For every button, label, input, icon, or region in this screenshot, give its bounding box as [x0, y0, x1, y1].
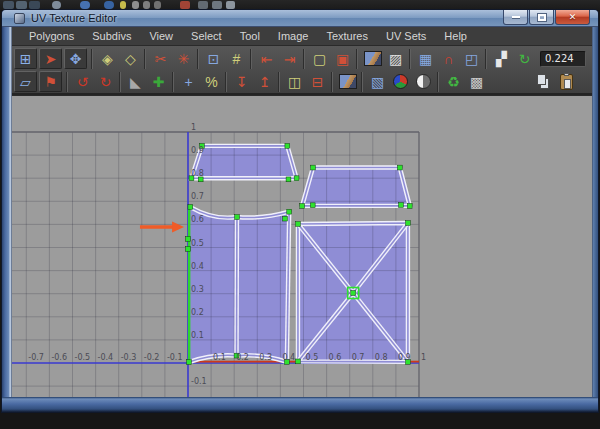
u-axis-label: 0.1	[213, 353, 226, 362]
uv-shell-cap-bottom-uv-point[interactable]	[397, 165, 402, 170]
uv-canvas-panel[interactable]: 10.90.80.70.60.50.40.30.20.1-0.1-0.7-0.6…	[12, 95, 592, 397]
image-thumbnail-icon	[364, 51, 382, 66]
alpha-channel-icon[interactable]	[412, 71, 435, 92]
menu-item-image[interactable]: Image	[269, 27, 318, 45]
dither-image-glyph: ▨	[389, 52, 402, 66]
uv-shell-body-right-uv-point[interactable]	[406, 221, 411, 226]
menu-item-help[interactable]: Help	[435, 27, 476, 45]
align-uvs-left-icon[interactable]: ⇤	[255, 48, 278, 69]
minimize-icon	[512, 16, 520, 18]
u-axis-label: -0.4	[98, 353, 114, 362]
uv-canvas[interactable]: 10.90.80.70.60.50.40.30.20.1-0.1-0.7-0.6…	[12, 96, 592, 397]
menu-item-subdivs[interactable]: Subdivs	[83, 27, 140, 45]
minimize-button[interactable]	[503, 10, 528, 25]
menu-item-view[interactable]: View	[140, 27, 182, 45]
flip-triangle-icon[interactable]: ◣	[124, 71, 147, 92]
uv-shell-cap-top-uv-point[interactable]	[285, 143, 290, 148]
close-button[interactable]: ✕	[555, 10, 590, 25]
checker-map-glyph: ▩	[470, 75, 483, 89]
grid-uvs-icon[interactable]: #	[225, 48, 248, 69]
unfold-along-axis-icon[interactable]: %	[200, 71, 223, 92]
shade-uvs-icon[interactable]: ◰	[460, 48, 483, 69]
uv-shell-body-right-uv-point[interactable]	[296, 359, 301, 364]
uv-smudge-tool-glyph: ✥	[70, 52, 82, 66]
toggle-grid-glyph: ▦	[419, 52, 432, 66]
align-uvs-down-glyph: ↧	[236, 75, 248, 89]
maximize-button[interactable]	[529, 10, 554, 25]
select-marquee-icon[interactable]: ▢	[308, 48, 331, 69]
uv-texture-checker-icon[interactable]: ▞	[490, 48, 513, 69]
toggle-grid-icon[interactable]: ▦	[414, 48, 437, 69]
uv-shell-body-right-uv-point[interactable]	[351, 291, 356, 296]
checker-map-icon[interactable]: ▩	[465, 71, 488, 92]
toolbar-separator	[196, 49, 201, 69]
force-editor-refresh-icon[interactable]: ↻	[513, 48, 536, 69]
rotate-uvs-ccw-icon[interactable]: ↺	[71, 71, 94, 92]
align-uvs-down-icon[interactable]: ↧	[230, 71, 253, 92]
uv-shell-body-left-uv-point[interactable]	[186, 246, 191, 251]
uv-shell-body-left-uv-point[interactable]	[188, 205, 193, 210]
u-axis-label: -0.2	[144, 353, 160, 362]
edit-image-icon[interactable]	[336, 71, 359, 92]
u-axis-label: 0.2	[236, 353, 249, 362]
cut-uv-edges-icon[interactable]: ✂	[149, 48, 172, 69]
toolbar-row-1: ⊞➤✥◈◇✂✳⊡#⇤⇥▢▣▨▦∩◰▞↻	[14, 47, 590, 70]
move-uv-shell-tool-icon[interactable]: ➤	[39, 48, 62, 69]
toolbar-separator	[65, 72, 70, 92]
uv-shell-cap-bottom-uv-point[interactable]	[310, 203, 315, 208]
u-axis-label: 0.6	[329, 353, 342, 362]
dither-image-icon[interactable]: ▨	[384, 48, 407, 69]
uv-smudge-tool-icon[interactable]: ✥	[64, 48, 87, 69]
uv-shell-cap-bottom[interactable]	[302, 168, 410, 206]
uv-shell-cap-top-uv-point[interactable]	[286, 177, 291, 182]
uv-flag-tool-icon[interactable]: ⚑	[39, 71, 62, 92]
flip-v-icon[interactable]: ◇	[119, 48, 142, 69]
background-app-icon	[226, 1, 235, 9]
menu-item-uv-sets[interactable]: UV Sets	[377, 27, 435, 45]
uv-shell-body-left-uv-point[interactable]	[287, 209, 292, 214]
pixel-snap-icon[interactable]: ∩	[437, 48, 460, 69]
rotate-uvs-cw-icon[interactable]: ↻	[94, 71, 117, 92]
uv-shell-cap-top-uv-point[interactable]	[294, 176, 299, 181]
background-app-icon	[180, 1, 190, 9]
uv-lattice-tool-icon[interactable]: ⊞	[14, 48, 37, 69]
v-axis-label: 0.1	[191, 331, 204, 340]
unfold-uvs-icon[interactable]: +	[177, 71, 200, 92]
select-shell-pair-icon[interactable]: ◫	[283, 71, 306, 92]
uv-shell-body-left-uv-point[interactable]	[187, 360, 192, 365]
layout-uvs-icon[interactable]: ⊡	[202, 48, 225, 69]
uv-shell-cap-bottom-uv-point[interactable]	[311, 165, 316, 170]
copy-uvs-icon[interactable]	[532, 71, 555, 92]
menu-item-polygons[interactable]: Polygons	[20, 27, 83, 45]
toolbar-separator	[355, 49, 360, 69]
uv-shell-body-right-uv-point[interactable]	[296, 222, 301, 227]
uv-shell-body-left-uv-point[interactable]	[235, 215, 240, 220]
uv-value-field[interactable]	[540, 51, 586, 67]
v-axis-label: 0.8	[191, 169, 204, 178]
v-axis-label: 0.9	[191, 146, 204, 155]
align-uvs-right-icon[interactable]: ⇥	[278, 48, 301, 69]
menu-item-textures[interactable]: Textures	[317, 27, 377, 45]
display-image-icon[interactable]	[361, 48, 384, 69]
uv-skew-lattice-tool-icon[interactable]: ▱	[14, 71, 37, 92]
uv-shell-body-left-uv-point[interactable]	[283, 216, 288, 221]
flip-u-icon[interactable]: ◈	[96, 48, 119, 69]
titlebar[interactable]: UV Texture Editor ✕	[2, 10, 598, 27]
select-face-marquee-icon[interactable]: ▣	[331, 48, 354, 69]
move-and-sew-icon[interactable]: ✚	[147, 71, 170, 92]
uv-shell-cap-bottom-uv-point[interactable]	[300, 204, 305, 209]
menu-item-tool[interactable]: Tool	[231, 27, 269, 45]
uv-shell-cap-bottom-uv-point[interactable]	[399, 203, 404, 208]
shade-overlapping-icon[interactable]: ▧	[366, 71, 389, 92]
uv-shell-cap-bottom-uv-point[interactable]	[407, 204, 412, 209]
cycle-uvs-icon[interactable]: ♻	[442, 71, 465, 92]
menu-item-select[interactable]: Select	[182, 27, 231, 45]
uv-shell-body-left-uv-point[interactable]	[186, 237, 191, 242]
rgb-channels-icon[interactable]	[389, 71, 412, 92]
snap-uvs-icon[interactable]: ⊟	[306, 71, 329, 92]
paste-uvs-icon[interactable]	[555, 71, 578, 92]
u-axis-label: 0.5	[306, 353, 319, 362]
align-uvs-up-icon[interactable]: ↥	[253, 71, 276, 92]
sew-uv-edges-icon[interactable]: ✳	[172, 48, 195, 69]
u-axis-label: -0.7	[28, 353, 44, 362]
